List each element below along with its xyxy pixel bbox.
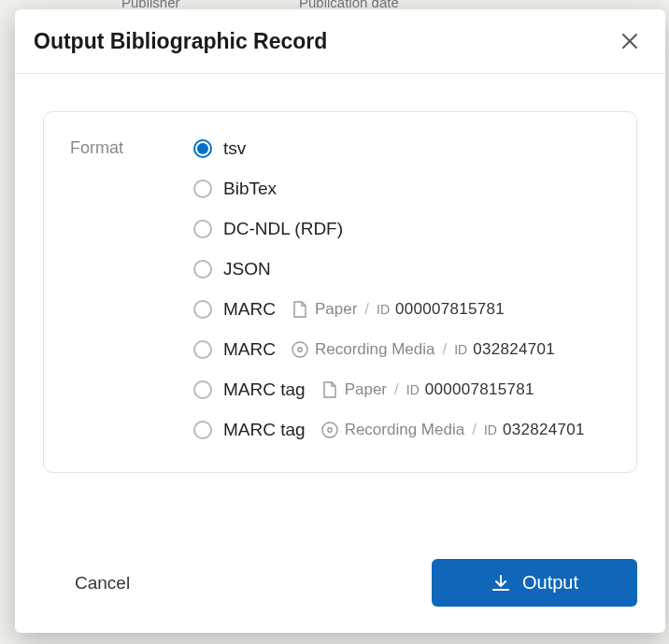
option-dcndl[interactable]: DC-NDL (RDF) (193, 219, 585, 239)
output-button[interactable]: Output (432, 559, 637, 607)
disc-icon (291, 340, 309, 359)
option-meta: Paper / ID 000007815781 (320, 380, 534, 399)
radio-icon (193, 139, 212, 158)
close-button[interactable] (617, 28, 643, 54)
media-type: Recording Media (345, 421, 465, 439)
format-label: Format (70, 138, 143, 440)
radio-icon (193, 340, 212, 359)
format-panel: Format tsv BibTex DC-NDL (RDF) JSON (43, 111, 637, 473)
option-json[interactable]: JSON (193, 259, 585, 279)
download-icon (491, 573, 511, 594)
option-label: MARC tag (223, 420, 306, 440)
modal-title: Output Bibliographic Record (34, 29, 327, 54)
svg-point-5 (327, 428, 331, 432)
format-options: tsv BibTex DC-NDL (RDF) JSON MARC (193, 138, 585, 440)
close-icon (620, 32, 639, 50)
modal-header: Output Bibliographic Record (15, 9, 665, 74)
id-value: 032824701 (473, 340, 555, 359)
option-marctag-recording[interactable]: MARC tag Recording Media / ID 032824701 (193, 420, 585, 440)
media-type: Paper (345, 380, 387, 399)
option-label: BibTex (223, 179, 277, 199)
option-label: DC-NDL (RDF) (223, 219, 343, 239)
id-value: 032824701 (503, 421, 585, 439)
media-type: Recording Media (315, 340, 435, 359)
svg-point-2 (292, 342, 307, 357)
radio-icon (193, 260, 212, 279)
option-label: tsv (223, 138, 246, 159)
option-marc-recording[interactable]: MARC Recording Media / ID 032824701 (193, 339, 585, 360)
option-meta: Paper / ID 000007815781 (291, 300, 505, 319)
id-value: 000007815781 (395, 300, 505, 319)
paper-icon (291, 300, 309, 319)
option-meta: Recording Media / ID 032824701 (320, 421, 585, 439)
option-label: MARC (223, 339, 276, 360)
cancel-button[interactable]: Cancel (71, 565, 134, 601)
id-value: 000007815781 (425, 380, 534, 399)
option-label: JSON (223, 259, 271, 279)
option-meta: Recording Media / ID 032824701 (291, 340, 555, 359)
modal-body: Format tsv BibTex DC-NDL (RDF) JSON (15, 74, 665, 546)
id-label: ID (454, 342, 467, 357)
paper-icon (320, 380, 339, 399)
modal-footer: Cancel Output (15, 546, 665, 633)
output-bibliographic-modal: Output Bibliographic Record Format tsv B… (15, 9, 665, 633)
option-label: MARC tag (223, 379, 306, 400)
option-marctag-paper[interactable]: MARC tag Paper / ID 000007815781 (193, 379, 585, 400)
id-label: ID (406, 382, 420, 397)
media-type: Paper (315, 300, 357, 319)
svg-point-4 (322, 422, 337, 437)
disc-icon (320, 421, 339, 439)
radio-icon (193, 380, 212, 399)
radio-icon (193, 179, 212, 198)
radio-icon (193, 220, 212, 238)
id-label: ID (484, 422, 497, 437)
radio-icon (193, 421, 212, 439)
option-marc-paper[interactable]: MARC Paper / ID 000007815781 (193, 299, 585, 320)
radio-icon (193, 300, 212, 319)
option-bibtex[interactable]: BibTex (193, 179, 585, 199)
output-button-label: Output (522, 572, 578, 594)
svg-point-3 (298, 348, 302, 351)
option-label: MARC (223, 299, 276, 320)
option-tsv[interactable]: tsv (193, 138, 585, 159)
id-label: ID (377, 302, 390, 317)
